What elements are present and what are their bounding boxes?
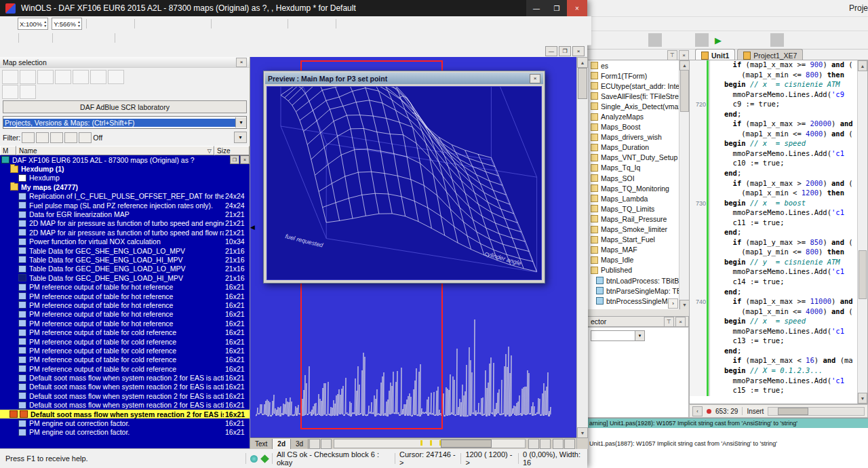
toolbar-icon[interactable]: [146, 33, 160, 44]
code-line[interactable]: if (map1_x_max > 2000) and (: [690, 179, 867, 189]
code-line[interactable]: 720 c9 := true;: [690, 100, 867, 110]
map-tool-icon[interactable]: [2, 85, 18, 99]
toolbar-icon[interactable]: [618, 33, 631, 47]
splitter-collapse-icon[interactable]: ◀: [250, 224, 255, 231]
structure-item[interactable]: Maps_TQ_Monitoring: [588, 183, 679, 193]
filter-toggle-icon[interactable]: [79, 132, 92, 143]
map-row[interactable]: Default soot mass flow when system react…: [0, 373, 250, 382]
code-line[interactable]: begin // X = 0.1.2.3...: [690, 366, 867, 376]
structure-item[interactable]: Maps_drivers_wish: [588, 132, 679, 142]
code-line[interactable]: begin // y = cisnienie ATM: [690, 258, 867, 268]
code-line[interactable]: mmoParseMemo.Lines.Add('c1: [690, 376, 867, 387]
toolbar-icon[interactable]: [589, 33, 603, 47]
filter-toggle-icon[interactable]: [64, 132, 77, 143]
mdi-close-button[interactable]: ×: [572, 46, 585, 56]
code-line[interactable]: mmoParseMemo.Lines.Add('c1: [690, 327, 867, 337]
laboratory-button[interactable]: DAF AdBlue SCR laboratory: [3, 100, 247, 113]
code-line[interactable]: begin // x = speed: [690, 139, 867, 149]
toolbar-icon[interactable]: [118, 33, 132, 44]
code-editor[interactable]: if (map1_x_max >= 900) and ( (map1_x_min…: [689, 60, 868, 404]
toolbar-icon[interactable]: [36, 33, 50, 44]
menu-item[interactable]: [57, 45, 66, 57]
message-row[interactable]: Unit1.pas(1887): W1057 Implicit string c…: [587, 439, 868, 448]
code-line[interactable]: if (map1_x_max < 16) and (ma: [690, 356, 867, 366]
code-line[interactable]: (map1_x_min <= 4000) and (: [690, 130, 867, 140]
menu-item[interactable]: [76, 45, 85, 57]
structure-item[interactable]: SaveAllFiles(fi: TFileStream): [588, 91, 679, 101]
structure-scrollbar-thumb[interactable]: [680, 70, 689, 112]
scroll-up-icon[interactable]: ▲: [679, 60, 690, 71]
structure-overflow-icon[interactable]: ›: [668, 298, 678, 309]
mdi-minimize-button[interactable]: —: [545, 46, 557, 56]
toolbar-icon[interactable]: [134, 19, 135, 28]
toolbar-icon[interactable]: [214, 18, 228, 30]
toolbar-icon[interactable]: [726, 33, 739, 47]
toolbar-icon[interactable]: [180, 18, 194, 30]
project-restore-icon[interactable]: ❐: [230, 155, 239, 164]
preview-titlebar[interactable]: Preview : Main Map for P3 set point ×: [265, 73, 543, 84]
toolbar-icon[interactable]: [770, 33, 784, 47]
toolbar-icon[interactable]: [118, 18, 132, 30]
editor-scrollbar-thumb[interactable]: [859, 250, 867, 299]
toolbar-icon[interactable]: [319, 18, 333, 30]
scroll-nav-icon[interactable]: [564, 439, 575, 449]
scroll-left-icon[interactable]: [309, 439, 320, 449]
column-header-size[interactable]: Size: [214, 146, 250, 155]
code-line[interactable]: if (map1_x_max >= 20000) and: [690, 119, 867, 130]
toolbar-icon[interactable]: [632, 33, 646, 47]
toolbar-icon[interactable]: [132, 33, 146, 44]
menu-item[interactable]: [19, 45, 28, 57]
toolbar-icon[interactable]: [166, 18, 180, 30]
pin-icon[interactable]: ⊤: [664, 317, 674, 327]
code-line[interactable]: 730 begin // x = boost: [690, 199, 867, 209]
editor-horizontal-scrollbar[interactable]: [768, 407, 865, 416]
map-row[interactable]: PM reference output of table for hot ref…: [0, 282, 250, 291]
toolbar-icon[interactable]: [271, 18, 285, 30]
code-line[interactable]: end;: [690, 228, 867, 238]
toolbar-icon[interactable]: [665, 33, 678, 47]
toolbar-icon[interactable]: [801, 33, 814, 47]
map-tool-icon[interactable]: [90, 70, 106, 84]
menu-item[interactable]: [9, 45, 19, 57]
hexdump-2d-plot[interactable]: [256, 285, 551, 425]
toolbar-icon[interactable]: [754, 33, 768, 47]
map-row[interactable]: 2D MAP for air pressure as function of t…: [0, 219, 250, 228]
map-tool-icon[interactable]: [108, 70, 124, 84]
structure-item[interactable]: Single_Axis_Detect(vmax_si: [588, 101, 679, 111]
map-row[interactable]: Fuel pulse map (SL and PZ reference inje…: [0, 201, 250, 210]
code-line[interactable]: c13 := true;: [690, 336, 867, 347]
combo-dropdown-icon[interactable]: ▾: [635, 331, 644, 340]
structure-item[interactable]: Maps_SOI: [588, 173, 679, 183]
code-line[interactable]: if (map1_x_max >= 900) and (: [690, 60, 867, 71]
map-row[interactable]: PM reference output of table for hot ref…: [0, 310, 250, 319]
structure-item[interactable]: btnParseSingleMap: TBi: [588, 286, 685, 296]
code-line[interactable]: mmoParseMemo.Lines.Add('c9: [690, 90, 867, 100]
pin-icon[interactable]: ⊤: [667, 50, 677, 60]
toolbar-icon[interactable]: [90, 18, 103, 30]
map-row[interactable]: Table Data for GEC_DHE_ENG_LOAD_LO_MPV 2…: [0, 265, 250, 273]
filter-toggle-icon[interactable]: [36, 132, 49, 143]
horizontal-scrollbar-thumb[interactable]: [441, 440, 492, 448]
map-tool-icon[interactable]: [73, 70, 89, 84]
toolbar-icon[interactable]: [98, 33, 112, 44]
scroll-up-icon[interactable]: ▲: [577, 57, 588, 68]
scroll-right-icon[interactable]: [540, 439, 551, 449]
toolbar-icon[interactable]: [2, 33, 16, 44]
message-row[interactable]: arning] Unit1.pas(1928): W1057 Implicit …: [587, 418, 868, 428]
toolbar-icon[interactable]: [695, 33, 709, 47]
toolbar-icon[interactable]: [336, 19, 336, 28]
toolbar-icon[interactable]: [288, 19, 288, 28]
structure-item[interactable]: btnLoadProcess: TBitBtn: [588, 275, 685, 286]
toolbar-icon[interactable]: [291, 18, 304, 30]
code-line[interactable]: mmoParseMemo.Lines.Add('c1: [690, 267, 867, 277]
map-row[interactable]: Data for EGR linearization MAP 21x21: [0, 210, 250, 218]
structure-item[interactable]: AnalyzeMaps: [588, 111, 679, 121]
map-row[interactable]: Default soot mass flow when system react…: [0, 383, 250, 391]
toolbar-icon[interactable]: [257, 18, 271, 30]
combo-dropdown-icon[interactable]: ▾: [235, 117, 246, 128]
toolbar-icon[interactable]: [243, 18, 256, 30]
scroll-left-icon[interactable]: ‹: [692, 406, 703, 416]
code-line[interactable]: end;: [690, 288, 867, 298]
projects-versions-combo[interactable]: Projects, Versions & Maps: (Ctrl+Shift+F…: [3, 116, 247, 129]
spinner-arrows-icon[interactable]: ▴▾: [44, 20, 46, 28]
